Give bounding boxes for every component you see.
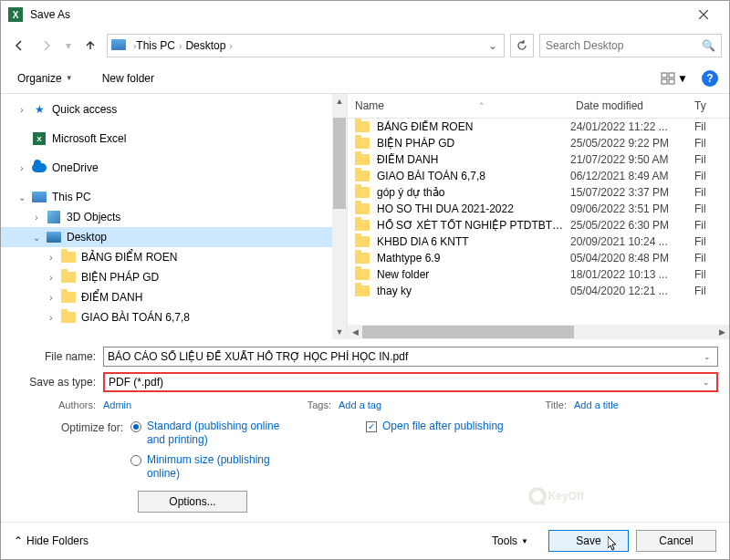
scroll-right-icon[interactable]: ▶	[714, 327, 729, 337]
address-bar[interactable]: › This PC › Desktop › ⌄	[107, 34, 505, 57]
window-title: Save As	[30, 8, 685, 21]
file-row[interactable]: góp ý dự thảo15/07/2022 3:37 PMFil	[348, 184, 729, 201]
optimize-standard[interactable]: Standard (publishing online and printing…	[130, 420, 284, 448]
file-row[interactable]: New folder18/01/2022 10:13 ...Fil	[348, 266, 729, 283]
tools-dropdown[interactable]: Tools▼	[492, 534, 528, 547]
back-button[interactable]	[8, 35, 30, 57]
file-row[interactable]: HO SO THI DUA 2021-202209/06/2022 3:51 P…	[348, 201, 729, 217]
excel-app-icon: X	[8, 7, 23, 22]
search-box[interactable]: 🔍	[539, 34, 722, 57]
file-type: Fil	[694, 252, 722, 264]
file-list-header[interactable]: Name⌃ Date modified Ty	[348, 94, 729, 119]
saveastype-field[interactable]: ⌄	[103, 372, 718, 392]
file-name: KHBD DIA 6 KNTT	[377, 235, 565, 248]
view-button[interactable]: ▼	[656, 69, 693, 88]
optimize-minimum[interactable]: Minimum size (publishing online)	[130, 453, 284, 482]
file-date: 18/01/2022 10:13 ...	[570, 268, 689, 281]
3d-icon	[47, 210, 61, 224]
up-button[interactable]	[79, 35, 101, 57]
search-input[interactable]	[546, 39, 702, 52]
open-after-checkbox[interactable]: ✓ Open file after publishing	[366, 420, 504, 434]
file-date: 25/05/2022 9:22 PM	[570, 137, 689, 150]
nav-tree[interactable]: ›★Quick access XMicrosoft Excel ›OneDriv…	[1, 94, 348, 339]
chevron-up-icon: ⌃	[14, 534, 23, 547]
close-button[interactable]	[685, 4, 722, 26]
file-list-hscroll[interactable]: ◀ ▶	[348, 325, 729, 339]
folder-icon	[61, 250, 76, 264]
refresh-button[interactable]	[510, 34, 534, 57]
svg-rect-2	[662, 79, 667, 84]
tree-desktop[interactable]: ⌄Desktop	[1, 227, 347, 247]
tags-value[interactable]: Add a tag	[339, 399, 381, 410]
tree-folder[interactable]: ›ĐIỂM DANH	[1, 287, 347, 307]
tree-folder[interactable]: ›BẢNG ĐIỂM ROEN	[1, 247, 347, 267]
star-icon: ★	[32, 102, 47, 117]
file-row[interactable]: Mathtype 6.905/04/2020 8:48 PMFil	[348, 250, 729, 266]
title-value[interactable]: Add a title	[574, 399, 619, 410]
chevron-down-icon[interactable]: ⌄	[701, 352, 714, 361]
tree-folder[interactable]: ›BIỆN PHÁP GD	[1, 267, 347, 287]
tree-thispc[interactable]: ⌄This PC	[1, 187, 347, 207]
file-list: Name⌃ Date modified Ty BẢNG ĐIỂM ROEN24/…	[348, 94, 729, 339]
filename-field[interactable]: ⌄	[103, 347, 718, 367]
recent-dropdown[interactable]: ▾	[63, 35, 74, 57]
file-type: Fil	[694, 186, 722, 199]
scroll-left-icon[interactable]: ◀	[348, 327, 362, 337]
newfolder-button[interactable]: New folder	[97, 68, 160, 88]
file-row[interactable]: thay ky05/04/2020 12:21 ...Fil	[348, 283, 729, 299]
save-button[interactable]: Save	[548, 530, 629, 552]
saveastype-label: Save as type:	[12, 376, 103, 389]
file-row[interactable]: KHBD DIA 6 KNTT20/09/2021 10:24 ...Fil	[348, 233, 729, 250]
folder-icon	[355, 121, 370, 132]
radio-off-icon	[130, 455, 141, 466]
file-row[interactable]: ĐIỂM DANH21/07/2022 9:50 AMFil	[348, 151, 729, 168]
scroll-down-icon[interactable]: ▼	[332, 325, 347, 339]
tree-excel[interactable]: XMicrosoft Excel	[1, 129, 347, 149]
tree-onedrive[interactable]: ›OneDrive	[1, 158, 347, 178]
file-name: BẢNG ĐIỂM ROEN	[377, 120, 565, 133]
breadcrumb-desktop[interactable]: Desktop	[185, 39, 225, 52]
options-button[interactable]: Options...	[138, 491, 247, 513]
tree-quick-access[interactable]: ›★Quick access	[1, 99, 347, 119]
file-date: 24/01/2022 11:22 ...	[570, 120, 689, 133]
cancel-button[interactable]: Cancel	[636, 530, 716, 552]
chevron-down-icon[interactable]: ⌄	[700, 378, 713, 387]
footer: ⌃Hide Folders Tools▼ Save Cancel	[1, 522, 729, 559]
filename-input[interactable]	[108, 350, 701, 363]
cloud-icon	[32, 161, 47, 175]
organize-button[interactable]: Organize▼	[12, 68, 78, 88]
checkbox-checked-icon: ✓	[366, 421, 377, 432]
hide-folders-button[interactable]: ⌃Hide Folders	[14, 534, 89, 547]
scroll-up-icon[interactable]: ▲	[332, 94, 347, 109]
folder-icon	[61, 310, 76, 325]
hscroll-thumb[interactable]	[362, 326, 574, 338]
authors-label: Authors:	[12, 399, 103, 410]
help-icon[interactable]: ?	[702, 70, 718, 87]
tree-3dobjects[interactable]: ›3D Objects	[1, 207, 347, 227]
tags-label: Tags:	[247, 399, 339, 410]
folder-icon	[355, 171, 370, 181]
file-row[interactable]: HỒ SƠ XÉT TỐT NGHIỆP PTDTBT THCS ...25/0…	[348, 217, 729, 233]
forward-button[interactable]	[36, 35, 57, 57]
desktop-icon	[47, 230, 61, 244]
scroll-thumb[interactable]	[333, 118, 346, 209]
tree-folder[interactable]: ›GIAO BÀI TOÁN 6,7,8	[1, 307, 347, 327]
optimize-label: Optimize for:	[12, 420, 130, 434]
thispc-icon	[111, 37, 128, 54]
breadcrumb-thispc[interactable]: This PC	[136, 39, 175, 52]
tree-scrollbar[interactable]: ▲ ▼	[332, 94, 347, 339]
titlebar: X Save As	[1, 1, 729, 28]
file-row[interactable]: GIAO BÀI TOÁN 6,7,806/12/2021 8:49 AMFil	[348, 168, 729, 184]
file-row[interactable]: BIỆN PHÁP GD25/05/2022 9:22 PMFil	[348, 135, 729, 151]
address-dropdown-icon[interactable]: ⌄	[485, 39, 500, 52]
file-type: Fil	[694, 202, 722, 215]
saveastype-input[interactable]	[109, 376, 700, 389]
file-name: ĐIỂM DANH	[377, 153, 565, 166]
file-row[interactable]: BẢNG ĐIỂM ROEN24/01/2022 11:22 ...Fil	[348, 119, 729, 135]
file-name: HO SO THI DUA 2021-2022	[377, 202, 565, 215]
file-type: Fil	[694, 137, 722, 150]
file-name: HỒ SƠ XÉT TỐT NGHIỆP PTDTBT THCS ...	[377, 219, 565, 232]
file-type: Fil	[694, 268, 722, 281]
folder-icon	[355, 154, 370, 165]
authors-value[interactable]: Admin	[103, 399, 131, 410]
